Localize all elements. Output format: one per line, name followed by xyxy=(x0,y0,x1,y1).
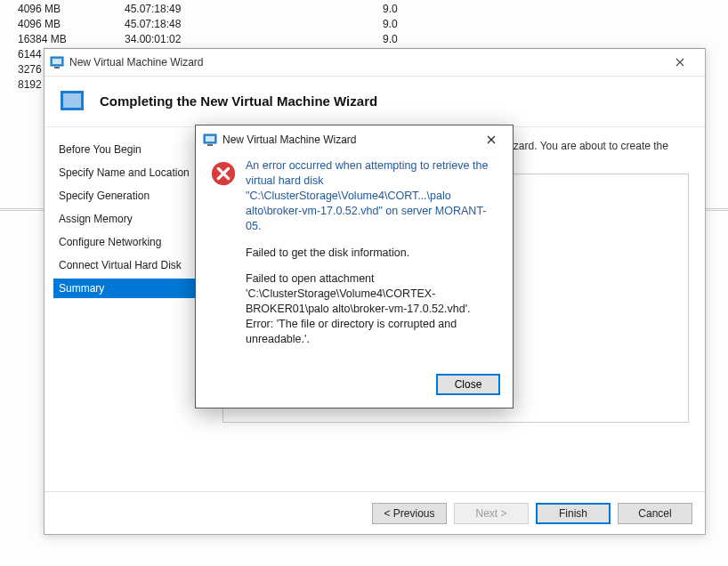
error-body: An error occurred when attempting to ret… xyxy=(196,153,513,367)
wizard-footer: < Previous Next > Finish Cancel xyxy=(44,491,705,534)
error-headline: An error occurred when attempting to ret… xyxy=(246,158,498,233)
nav-assign-memory[interactable]: Assign Memory xyxy=(53,209,206,229)
cell-uptime: 45.07:18:49 xyxy=(125,3,383,15)
nav-configure-networking[interactable]: Configure Networking xyxy=(53,232,206,252)
wizard-header: Completing the New Virtual Machine Wizar… xyxy=(44,77,705,127)
wizard-titlebar[interactable]: New Virtual Machine Wizard xyxy=(44,49,705,77)
table-row: 4096 MB 45.07:18:48 9.0 xyxy=(18,18,436,30)
close-icon[interactable] xyxy=(473,128,509,151)
nav-connect-vhd[interactable]: Connect Virtual Hard Disk xyxy=(53,255,206,275)
close-button[interactable]: Close xyxy=(436,374,500,395)
wizard-header-icon xyxy=(61,91,84,110)
page-title: Completing the New Virtual Machine Wizar… xyxy=(100,93,377,109)
nav-specify-name[interactable]: Specify Name and Location xyxy=(53,163,206,182)
error-icon xyxy=(210,158,246,358)
svg-rect-4 xyxy=(206,136,214,142)
finish-button[interactable]: Finish xyxy=(536,503,611,524)
error-title: New Virtual Machine Wizard xyxy=(222,133,473,146)
svg-rect-5 xyxy=(207,144,213,146)
cell-version: 9.0 xyxy=(383,18,436,30)
wizard-title: New Virtual Machine Wizard xyxy=(69,56,662,69)
cell-memory: 4096 MB xyxy=(18,18,125,30)
wizard-nav: Before You Begin Specify Name and Locati… xyxy=(44,127,206,491)
cell-uptime: 45.07:18:48 xyxy=(125,18,383,30)
nav-summary[interactable]: Summary xyxy=(53,279,206,298)
error-footer: Close xyxy=(196,367,513,408)
error-titlebar[interactable]: New Virtual Machine Wizard xyxy=(196,125,513,153)
cancel-button[interactable]: Cancel xyxy=(618,503,692,524)
cell-version: 9.0 xyxy=(383,33,436,45)
nav-before-you-begin[interactable]: Before You Begin xyxy=(53,140,206,159)
nav-specify-generation[interactable]: Specify Generation xyxy=(53,186,206,206)
error-detail-2: Failed to open attachment 'C:\ClusterSto… xyxy=(246,271,498,346)
previous-button[interactable]: < Previous xyxy=(372,503,447,524)
vm-icon xyxy=(50,55,64,69)
cell-memory: 16384 MB xyxy=(18,33,125,45)
vm-icon xyxy=(203,133,217,147)
error-detail-1: Failed to get the disk information. xyxy=(246,246,498,261)
error-dialog: New Virtual Machine Wizard An error occu… xyxy=(195,125,514,408)
next-button: Next > xyxy=(454,503,529,524)
table-row: 16384 MB 34.00:01:02 9.0 xyxy=(18,33,436,45)
cell-uptime: 34.00:01:02 xyxy=(125,33,383,45)
cell-memory: 4096 MB xyxy=(18,3,125,15)
cell-version: 9.0 xyxy=(383,3,436,15)
table-row: 4096 MB 45.07:18:49 9.0 xyxy=(18,3,436,15)
svg-rect-1 xyxy=(53,59,61,64)
close-icon[interactable] xyxy=(662,52,698,73)
svg-rect-2 xyxy=(54,67,60,69)
